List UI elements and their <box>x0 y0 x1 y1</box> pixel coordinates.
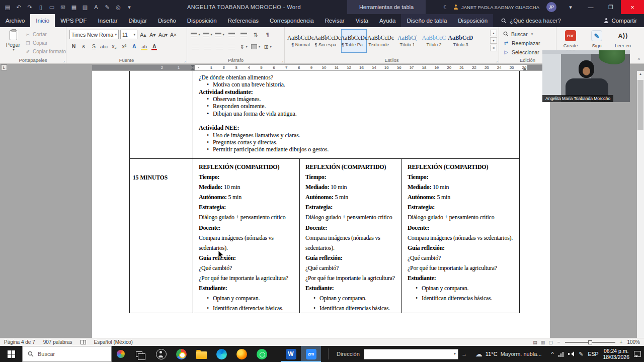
highlight-button[interactable]: ab <box>140 42 148 51</box>
zoom-level[interactable]: 100% <box>627 339 640 345</box>
underline-button[interactable]: S <box>90 42 98 51</box>
page-indicator[interactable]: Página 4 de 7 <box>4 339 35 345</box>
tab-referencias[interactable]: Referencias <box>222 14 264 27</box>
clear-formatting-button[interactable]: A× <box>169 30 178 39</box>
document-page[interactable]: ¿De dónde obtenían alimentos?•Motiva con… <box>92 71 550 338</box>
shrink-font-button[interactable]: A▾ <box>148 30 157 39</box>
scrollbar-thumb[interactable] <box>637 80 643 130</box>
bold-button[interactable]: N <box>69 42 78 51</box>
align-center-button[interactable] <box>202 42 212 51</box>
print-layout-icon[interactable]: ▥ <box>541 340 545 345</box>
network-icon[interactable] <box>558 351 564 357</box>
task-view-button[interactable] <box>130 346 148 362</box>
font-family-select[interactable]: Times New Roma ▾ <box>69 30 119 39</box>
zoom-slider[interactable] <box>565 342 615 343</box>
customize-quick-access-icon[interactable]: ▾ <box>124 4 135 11</box>
touch-mode-icon[interactable]: ◎ <box>113 4 124 11</box>
ribbon-display-options-button[interactable]: ▾ <box>560 0 581 14</box>
paste-button[interactable]: Pegar ▾ <box>3 29 23 55</box>
decrease-indent-button[interactable] <box>226 30 236 39</box>
style-texto-inde-[interactable]: AaBbCcDcTexto inde... <box>368 29 393 53</box>
taskbar-zoom-icon[interactable]: zm <box>301 346 321 362</box>
clipboard-dialog-launcher[interactable]: ⌟ <box>63 58 65 63</box>
read-mode-icon[interactable]: ▤ <box>533 340 537 345</box>
replace-button[interactable]: ⇄Reemplazar <box>503 39 544 47</box>
cut-button[interactable]: ✂Cortar <box>25 31 66 38</box>
styles-down-button[interactable]: ▾ <box>490 37 497 44</box>
styles-dialog-launcher[interactable]: ⌟ <box>496 58 498 63</box>
change-case-button[interactable]: Aa▾ <box>158 30 168 39</box>
table-cell-reflection-2[interactable]: REFLEXIÓN (COMPARTIDO)Tiempo:Mediado: 10… <box>300 160 401 313</box>
font-color-button[interactable]: A <box>150 42 158 51</box>
find-button[interactable]: Buscar▾ <box>503 30 544 38</box>
restore-button[interactable]: ❐ <box>601 0 621 14</box>
search-highlight-button[interactable] <box>112 346 130 362</box>
borders-button[interactable]: ⊞▾ <box>263 42 273 51</box>
horizontal-ruler[interactable]: 2112345678910111213141516171819202122232… <box>92 65 550 70</box>
table-cell-time-label[interactable]: 15 MINUTOS <box>133 174 168 180</box>
redo-icon[interactable]: ↷ <box>24 4 35 11</box>
undo-icon[interactable]: ↶ <box>13 4 24 11</box>
tab-revisar[interactable]: Revisar <box>319 14 350 27</box>
tab-inicio[interactable]: Inicio <box>30 14 55 27</box>
taskbar-edge-icon[interactable] <box>211 346 231 362</box>
collapse-ribbon-button[interactable]: ^ <box>638 57 640 62</box>
right-indent-marker[interactable] <box>523 66 527 70</box>
taskbar-folder-icon[interactable] <box>191 346 211 362</box>
open-folder-icon[interactable]: ▭ <box>46 4 57 11</box>
quick-print-icon[interactable]: ▥ <box>79 4 91 11</box>
new-document-icon[interactable]: ▯ <box>35 4 46 11</box>
taskbar-people-icon[interactable] <box>151 346 171 362</box>
taskbar-word-icon[interactable]: W <box>281 346 301 362</box>
tab-vista[interactable]: Vista <box>350 14 374 27</box>
table-cell-reflection-3[interactable]: REFLEXIÓN (COMPARTIDO)Tiempo:Mediado: 10… <box>402 160 519 303</box>
taskbar-search[interactable]: Buscar <box>22 346 112 362</box>
sort-button[interactable]: ⇅ <box>251 30 261 39</box>
language-indicator[interactable]: Español (México) <box>94 339 133 345</box>
proofing-icon[interactable] <box>80 340 86 344</box>
pen-icon[interactable]: ✎ <box>579 351 583 357</box>
draw-icon[interactable]: ✎ <box>102 4 113 11</box>
tab-archivo[interactable]: Archivo <box>0 14 30 27</box>
style--table-pa-[interactable]: AaBbCcDc¶ Table Pa... <box>341 29 367 53</box>
tab-diseño-de-tabla[interactable]: Diseño de tabla <box>401 14 452 27</box>
align-right-button[interactable] <box>214 42 224 51</box>
grow-font-button[interactable]: A▴ <box>139 30 147 39</box>
table-cell-reflection-1[interactable]: REFLEXIÓN (COMPARTIDO)Tiempo:Mediado: 10… <box>193 160 299 313</box>
web-layout-icon[interactable]: ▢ <box>548 340 553 345</box>
style--sin-espa-[interactable]: AaBbCcDc¶ Sin espa... <box>314 29 340 53</box>
zoom-slider-thumb[interactable] <box>588 340 592 344</box>
tab-insertar[interactable]: Insertar <box>93 14 123 27</box>
line-spacing-button[interactable]: ⇕▾ <box>238 42 249 51</box>
text-effects-button[interactable]: A <box>130 42 138 51</box>
tab-dibujar[interactable]: Dibujar <box>123 14 152 27</box>
taskbar-whatsapp-icon[interactable] <box>252 346 272 362</box>
tell-me-box[interactable]: ¿Qué desea hacer? <box>496 14 566 27</box>
hanging-indent-marker[interactable] <box>191 66 195 70</box>
clock[interactable]: 06:24 p.m. 18/03/2026 <box>603 348 629 360</box>
weather-widget[interactable]: ☁ 11°C Mayorm. nubla... <box>475 350 542 358</box>
styles-more-button[interactable]: ≡ <box>490 45 497 51</box>
tab-diseño[interactable]: Diseño <box>152 14 182 27</box>
select-button[interactable]: ▷Seleccionar▾ <box>503 48 544 56</box>
taskbar-firefox-icon[interactable] <box>231 346 252 362</box>
close-button[interactable]: × <box>621 0 644 14</box>
table-icon[interactable]: ▦ <box>68 4 79 11</box>
zoom-in-button[interactable]: + <box>620 339 623 345</box>
style-título-2[interactable]: AaBbCcCTítulo 2 <box>421 29 447 53</box>
paragraph-dialog-launcher[interactable]: ⌟ <box>281 58 283 63</box>
tab-correspondencia[interactable]: Correspondencia <box>264 14 319 27</box>
subscript-button[interactable]: x₂ <box>110 42 118 51</box>
shading-button[interactable]: ▾ <box>251 42 261 51</box>
keyboard-language[interactable]: ESP <box>588 351 598 357</box>
tab-disposición[interactable]: Disposición <box>452 14 493 27</box>
table-cell-activity[interactable]: ¿De dónde obtenían alimentos?•Motiva con… <box>193 74 329 153</box>
share-button[interactable]: Compartir <box>597 14 644 27</box>
font-size-select[interactable]: 11 ▾ <box>120 30 137 39</box>
superscript-button[interactable]: x² <box>120 42 128 51</box>
tab-disposición[interactable]: Disposición <box>182 14 222 27</box>
tab-wps-pdf[interactable]: WPS PDF <box>55 14 92 27</box>
strikethrough-button[interactable]: abc <box>100 42 108 51</box>
style--normal[interactable]: AaBbCcDc¶ Normal <box>288 29 313 53</box>
italic-button[interactable]: K <box>79 42 88 51</box>
